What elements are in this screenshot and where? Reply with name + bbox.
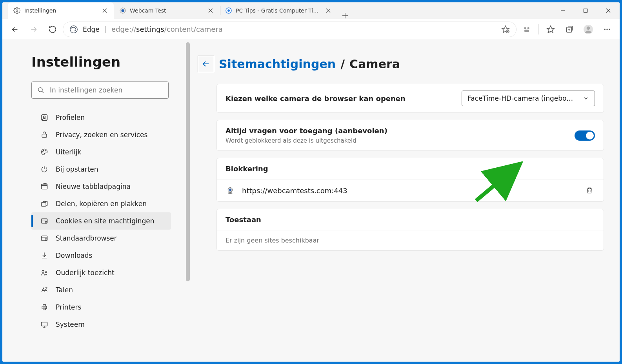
new-tab-button[interactable] (337, 13, 353, 19)
back-button[interactable] (6, 21, 24, 38)
svg-rect-27 (42, 203, 46, 206)
ask-toggle-label: Altijd vragen voor toegang (aanbevolen) (226, 127, 575, 135)
profile-icon (40, 113, 49, 122)
address-bar[interactable]: Edge | edge://settings/content/camera (63, 22, 517, 37)
allow-list-card: Toestaan Er zijn geen sites beschikbaar (216, 209, 604, 251)
sidebar-item-profielen[interactable]: Profielen (31, 109, 171, 126)
camera-select-card: Kiezen welke camera de browser kan opene… (216, 84, 604, 113)
favorites-icon[interactable] (542, 21, 559, 38)
window-close-button[interactable] (597, 2, 620, 19)
delete-site-button[interactable] (584, 185, 595, 196)
breadcrumb-back-button[interactable] (198, 56, 214, 72)
titlebar: Instellingen Webcam Test PC Tips - Grati (2, 2, 620, 19)
sidebar-item-label: Printers (56, 303, 81, 311)
sidebar-item-cookies[interactable]: Cookies en site machtigingen (31, 212, 171, 230)
sidebar-item-standaard[interactable]: Standaardbrowser (31, 230, 171, 247)
cookies-icon (40, 217, 49, 225)
sidebar-item-nieuwtab[interactable]: Nieuwe tabbladpagina (31, 178, 171, 195)
sidebar-item-ouderlijk[interactable]: Ouderlijk toezicht (31, 264, 171, 281)
minimize-button[interactable] (551, 2, 574, 19)
svg-rect-11 (524, 29, 529, 32)
collections-icon[interactable] (561, 21, 578, 38)
toolbar-divider (538, 24, 539, 34)
svg-point-25 (45, 150, 46, 151)
printer-icon (40, 303, 49, 311)
sidebar-item-delen[interactable]: Delen, kopiëren en plakken (31, 195, 171, 212)
svg-point-17 (606, 29, 607, 30)
pctips-favicon-icon (226, 7, 232, 14)
sidebar-item-label: Talen (56, 286, 73, 294)
close-icon[interactable] (325, 7, 332, 14)
sidebar-item-label: Delen, kopiëren en plakken (56, 200, 147, 208)
svg-rect-34 (42, 306, 47, 309)
svg-line-42 (476, 166, 517, 201)
newtab-icon (40, 182, 49, 191)
maximize-button[interactable] (574, 2, 597, 19)
sidebar-item-talen[interactable]: Talen (31, 281, 171, 299)
sidebar-item-label: Nieuwe tabbladpagina (56, 183, 131, 190)
sidebar-item-downloads[interactable]: Downloads (31, 247, 171, 264)
language-icon (40, 286, 49, 294)
sidebar-scrollbar[interactable] (186, 42, 190, 281)
blocked-site-row[interactable]: https://webcamtests.com:443 (217, 179, 604, 201)
forward-button[interactable] (25, 21, 42, 38)
ask-toggle-switch[interactable] (575, 130, 595, 141)
allow-empty-message: Er zijn geen sites beschikbaar (217, 230, 604, 250)
sidebar-item-label: Ouderlijk toezicht (56, 269, 115, 277)
camera-site-icon (226, 186, 235, 195)
tab-settings[interactable]: Instellingen (8, 2, 114, 19)
download-icon (40, 251, 49, 260)
more-menu-button[interactable] (598, 21, 616, 38)
sidebar-item-systeem[interactable]: Systeem (31, 316, 171, 333)
svg-rect-35 (43, 304, 46, 306)
breadcrumb: Sitemachtigingen / Camera (198, 56, 604, 72)
power-icon (40, 165, 49, 174)
tab-title: Instellingen (24, 7, 97, 14)
camera-select-dropdown[interactable]: FaceTime-HD-camera (ingebo… (462, 91, 595, 106)
ask-toggle-desc: Wordt geblokkeerd als deze is uitgeschak… (226, 137, 575, 144)
breadcrumb-parent-link[interactable]: Sitemachtigingen (219, 57, 336, 71)
close-icon[interactable] (101, 7, 108, 14)
camera-select-value: FaceTime-HD-camera (ingebo… (467, 94, 573, 102)
edge-logo-icon (69, 25, 78, 34)
tab-pctips[interactable]: PC Tips - Gratis Computer Tips, i (220, 2, 337, 19)
svg-point-21 (44, 116, 45, 118)
breadcrumb-current: Camera (349, 57, 400, 71)
toolbar: Edge | edge://settings/content/camera (2, 19, 620, 40)
browser-window: Instellingen Webcam Test PC Tips - Grati (2, 2, 620, 362)
sidebar-item-opstarten[interactable]: Bij opstarten (31, 161, 171, 178)
svg-rect-22 (42, 134, 47, 137)
share-icon (40, 199, 49, 208)
tab-webcam[interactable]: Webcam Test (114, 2, 220, 19)
lock-icon (40, 130, 49, 139)
sidebar-item-privacy[interactable]: Privacy, zoeken en services (31, 126, 171, 143)
refresh-button[interactable] (44, 21, 61, 38)
svg-marker-12 (547, 25, 554, 32)
svg-point-15 (587, 26, 590, 30)
search-input[interactable] (50, 86, 163, 94)
sidebar-item-label: Cookies en site machtigingen (56, 217, 155, 225)
sidebar-item-label: Downloads (56, 252, 92, 259)
camera-select-label: Kiezen welke camera de browser kan opene… (226, 94, 462, 103)
close-icon[interactable] (207, 7, 214, 14)
svg-point-10 (527, 27, 529, 29)
svg-point-38 (228, 192, 233, 194)
sidebar-item-label: Privacy, zoeken en services (56, 131, 147, 139)
settings-search[interactable] (31, 81, 169, 99)
extensions-icon[interactable] (518, 21, 535, 38)
sidebar-item-label: Uiterlijk (56, 148, 81, 156)
svg-point-19 (38, 88, 43, 92)
sidebar-item-uiterlijk[interactable]: Uiterlijk (31, 143, 171, 161)
family-icon (40, 268, 49, 277)
sidebar-item-printers[interactable]: Printers (31, 299, 171, 316)
window-controls (551, 2, 620, 19)
svg-point-6 (70, 25, 77, 33)
profile-avatar-icon[interactable] (580, 21, 597, 38)
svg-rect-5 (584, 9, 587, 13)
settings-sidebar: Instellingen Profielen Privacy, zoeken e… (2, 40, 190, 362)
sidebar-title: Instellingen (31, 54, 190, 70)
allow-heading: Toestaan (217, 209, 604, 230)
favorite-button[interactable] (501, 25, 510, 34)
svg-point-23 (42, 151, 43, 152)
address-product-label: Edge (83, 25, 100, 33)
